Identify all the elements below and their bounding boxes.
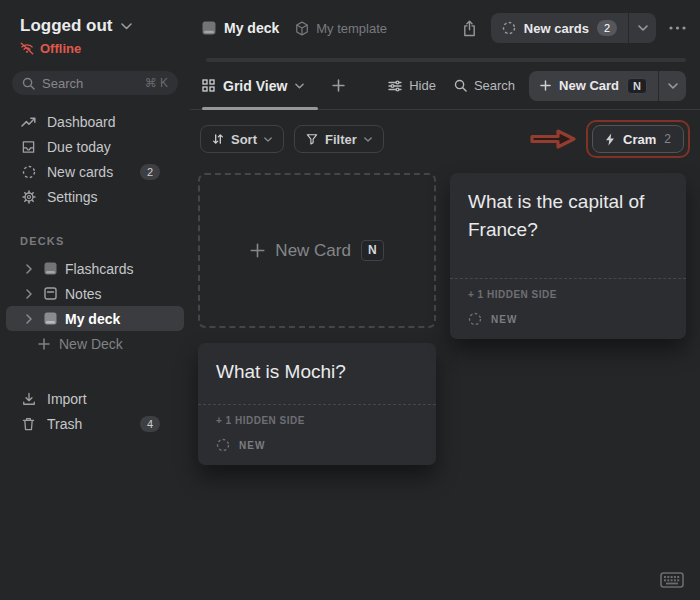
tab-grid-view[interactable]: Grid View	[202, 78, 304, 94]
card-title: What is the capital of France?	[450, 173, 686, 278]
new-card-button[interactable]: New Card N	[529, 71, 686, 101]
card-status-badge: NEW	[239, 440, 265, 451]
deck-label: My deck	[65, 311, 120, 327]
deck-label: Flashcards	[65, 261, 133, 277]
deck-title[interactable]: My deck	[224, 20, 279, 36]
sliders-icon	[388, 80, 402, 92]
hide-fields-button[interactable]: Hide	[388, 78, 436, 93]
card-column-1: New Card N What is Mochi? + 1 HIDDEN SID…	[198, 173, 436, 465]
trash-icon	[21, 417, 36, 431]
deck-icon	[44, 312, 57, 325]
sidebar-item-due-today[interactable]: Due today	[0, 134, 190, 159]
wifi-off-icon	[20, 42, 34, 55]
chevron-down-icon	[364, 137, 372, 142]
new-cards-review-main[interactable]: New cards 2	[491, 13, 628, 43]
dashed-circle-icon	[216, 438, 230, 452]
share-icon	[462, 20, 477, 37]
sidebar-item-label: Settings	[47, 189, 98, 205]
new-card-main[interactable]: New Card N	[529, 71, 658, 101]
search-cards-label: Search	[474, 78, 515, 93]
more-menu-button[interactable]	[669, 26, 686, 30]
offline-status: Offline	[0, 41, 190, 56]
new-card-dropdown[interactable]	[659, 71, 686, 101]
deck-item-flashcards[interactable]: Flashcards	[6, 256, 184, 281]
funnel-icon	[306, 133, 318, 145]
card-column-2: What is the capital of France? + 1 HIDDE…	[450, 173, 686, 339]
chevron-down-icon	[295, 83, 304, 89]
gear-icon	[21, 190, 36, 204]
sidebar-item-label: New cards	[47, 164, 113, 180]
new-cards-button-label: New cards	[524, 21, 589, 36]
card-grid: New Card N What is Mochi? + 1 HIDDEN SID…	[190, 159, 700, 465]
search-cards-button[interactable]: Search	[454, 78, 515, 93]
sidebar-item-label: Import	[47, 391, 87, 407]
trash-count-badge: 4	[140, 416, 160, 432]
dashed-circle-icon	[468, 312, 482, 326]
new-card-placeholder[interactable]: New Card N	[198, 173, 436, 328]
card-title: What is Mochi?	[198, 343, 436, 404]
notes-icon	[44, 287, 57, 300]
deck-header: My deck My template New cards	[190, 0, 700, 56]
card-footer: NEW	[198, 428, 436, 465]
cram-button[interactable]: Cram 2	[592, 125, 684, 153]
trending-up-icon	[21, 116, 36, 128]
placeholder-shortcut-badge: N	[361, 240, 384, 261]
template-link[interactable]: My template	[295, 21, 387, 36]
sidebar-item-trash[interactable]: Trash 4	[0, 411, 190, 436]
app-window: Logged out Offline Search ⌘ K Dashbo	[0, 0, 700, 600]
tab-label: Grid View	[223, 78, 287, 94]
sidebar-item-settings[interactable]: Settings	[0, 184, 190, 209]
sidebar-nav: Dashboard Due today New cards 2 Setting	[0, 109, 190, 209]
new-deck-button[interactable]: New Deck	[0, 331, 190, 356]
sidebar-item-label: Dashboard	[47, 114, 116, 130]
search-shortcut: ⌘ K	[145, 76, 168, 90]
keyboard-shortcuts-button[interactable]	[660, 572, 684, 588]
lightning-icon	[605, 133, 615, 146]
new-deck-label: New Deck	[59, 336, 123, 352]
add-view-button[interactable]	[332, 79, 345, 92]
sidebar-item-import[interactable]: Import	[0, 386, 190, 411]
cram-label: Cram	[623, 132, 656, 147]
account-menu[interactable]: Logged out	[0, 16, 190, 36]
grid-icon	[202, 79, 215, 92]
chevron-right-icon[interactable]	[26, 264, 36, 274]
deck-label: Notes	[65, 286, 102, 302]
deck-item-my-deck[interactable]: My deck	[6, 306, 184, 331]
flashcard-mochi[interactable]: What is Mochi? + 1 HIDDEN SIDE NEW	[198, 343, 436, 465]
new-card-shortcut-badge: N	[627, 78, 647, 94]
hidden-side-label: + 1 HIDDEN SIDE	[198, 404, 436, 428]
filter-label: Filter	[325, 132, 357, 147]
plus-icon	[38, 338, 50, 350]
new-cards-dropdown[interactable]	[629, 13, 656, 43]
new-cards-review-button[interactable]: New cards 2	[491, 13, 656, 43]
hidden-side-label: + 1 HIDDEN SIDE	[450, 278, 686, 302]
card-status-badge: NEW	[491, 314, 517, 325]
account-name: Logged out	[20, 16, 113, 36]
new-cards-count-badge: 2	[140, 164, 160, 180]
annotation-arrow-icon	[529, 126, 577, 152]
dashed-circle-icon	[502, 21, 516, 35]
deck-item-notes[interactable]: Notes	[6, 281, 184, 306]
dashed-circle-icon	[21, 165, 36, 179]
sidebar-item-dashboard[interactable]: Dashboard	[0, 109, 190, 134]
chevron-right-icon[interactable]	[26, 289, 36, 299]
sidebar-item-label: Due today	[47, 139, 111, 155]
sort-button[interactable]: Sort	[200, 125, 284, 153]
main-content: My deck My template New cards	[190, 0, 700, 600]
search-input[interactable]: Search ⌘ K	[12, 71, 178, 95]
new-card-label: New Card	[559, 78, 619, 93]
card-toolbar: Sort Filter	[190, 119, 700, 159]
download-icon	[21, 392, 36, 406]
chevron-down-icon	[121, 23, 132, 30]
flashcard-france[interactable]: What is the capital of France? + 1 HIDDE…	[450, 173, 686, 339]
sidebar-item-new-cards[interactable]: New cards 2	[0, 159, 190, 184]
plus-icon	[250, 243, 265, 258]
filter-button[interactable]: Filter	[294, 125, 384, 153]
chevron-right-icon[interactable]	[26, 314, 36, 324]
active-tab-underline	[202, 107, 318, 110]
sidebar: Logged out Offline Search ⌘ K Dashbo	[0, 0, 190, 600]
search-icon	[22, 77, 35, 90]
annotation-highlight-box: Cram 2	[586, 120, 690, 158]
share-button[interactable]	[462, 20, 477, 37]
template-title: My template	[316, 21, 387, 36]
